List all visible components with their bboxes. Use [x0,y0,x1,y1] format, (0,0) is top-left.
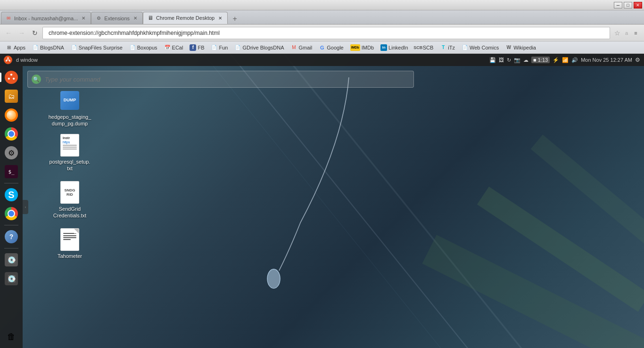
ubuntu-logo-icon[interactable] [4,56,12,64]
desktop-icon-postgresql[interactable]: Instr https postgresql_setup.txt [51,132,89,174]
remote-desktop-area[interactable]: d window 💾 🖼 ↻ 📷 ☁ ■ 1:13 ⚡ 📶 🔊 Mon Nov … [0,54,644,348]
remote-tab-close[interactable]: ✕ [217,15,223,21]
dock-item-files[interactable]: 🗂 [3,88,20,105]
bookmark-fun[interactable]: 📄 Fun [208,43,231,52]
close-button[interactable]: ✕ [634,2,642,8]
tab-gmail[interactable]: ✉ Inbox - humzashah@gma... ✕ [1,12,91,24]
forward-button[interactable]: → [16,27,27,39]
panel-photo-icon: 🖼 [499,57,504,63]
chrome2-dock-icon [5,207,18,220]
panel-right: 💾 🖼 ↻ 📷 ☁ ■ 1:13 ⚡ 📶 🔊 Mon Nov 25 12:27 … [489,57,640,63]
bookmark-linkedin[interactable]: in LinkedIn [378,43,411,52]
minimize-button[interactable]: ─ [614,2,622,8]
bookmark-snapfiles-label: SnapFiles Surprise [79,45,123,50]
dock-ubuntu-logo [5,71,18,84]
bookmark-boxopus-label: Boxopus [137,45,157,50]
dock-item-chrome[interactable] [3,125,20,142]
ubuntu-dock: 🗂 ⚙ $_ S [0,66,23,348]
new-tab-button[interactable]: + [229,14,241,24]
bookmark-fb-label: FB [198,45,204,50]
desktop-icon-sendgrid[interactable]: SNDGRID SendGridCredentials.txt [51,179,89,221]
sendgrid-label: SendGridCredentials.txt [53,206,86,219]
bookmark-google[interactable]: G Google [316,43,346,52]
dock-divider-3 [4,248,18,249]
bookmark-boxopus[interactable]: 📄 Boxopus [126,43,160,52]
menu-button[interactable]: ≡ [630,27,641,39]
command-search-icon: 🔍 [32,75,41,84]
trash-icon: 🗑 [5,330,18,343]
bookmark-snapfiles[interactable]: 📄 SnapFiles Surprise [68,43,125,52]
bookmark-ecal[interactable]: 📅 ECal [161,43,186,52]
back-button[interactable]: ← [3,27,14,39]
reload-button[interactable]: ↻ [29,27,41,39]
tab-bar: ✉ Inbox - humzashah@gma... ✕ ⚙ Extension… [0,10,644,25]
maximize-button[interactable]: □ [624,2,632,8]
snapfiles-icon: 📄 [71,44,77,51]
desktop-icon-tahometer[interactable]: Tahometer [51,226,89,261]
bookmark-fun-label: Fun [219,45,228,50]
title-bar: ─ □ ✕ [0,0,644,10]
bookmark-star-button[interactable]: ☆ [612,27,623,39]
dock-item-chrome2[interactable] [3,205,20,222]
gmail-tab-close[interactable]: ✕ [80,15,87,22]
bookmark-blogsdna[interactable]: 📄 BlogsDNA [29,43,67,52]
dock-item-ubuntu[interactable] [3,69,20,86]
chrome-dock-icon [5,127,18,141]
bookmark-itz[interactable]: T iTz [437,43,458,52]
linkedin-icon: in [380,44,387,51]
dock-item-firefox[interactable] [3,107,20,124]
command-search-bar: 🔍 [27,71,414,88]
bookmark-blogsdna-label: BlogsDNA [40,45,64,50]
tahometer-label: Tahometer [58,253,82,259]
bookmark-wikipedia[interactable]: W Wikipedia [503,43,539,52]
dock-item-skype[interactable]: S [3,186,20,203]
bookmark-gmail-label: Gmail [298,45,312,50]
panel-hdd-icon: 💾 [489,57,496,63]
bookmark-ecal-label: ECal [172,45,183,50]
bookmark-apps[interactable]: ⊞ Apps [3,43,28,52]
bookmark-imdb-label: IMDb [362,45,374,50]
dock-item-help[interactable]: ? [3,228,20,245]
gmail-icon: M [290,44,297,51]
sendgrid-file-icon: SNDGRID [58,181,81,204]
tahometer-file-icon [58,228,81,251]
panel-battery-icon: ■ 1:13 [531,57,550,63]
webcomics-icon: 📄 [462,44,468,51]
panel-gear-icon[interactable]: ⚙ [635,57,640,63]
dock-item-settings[interactable]: ⚙ [3,144,20,161]
bookmark-gmail[interactable]: M Gmail [288,43,315,52]
firefox-icon [5,108,18,122]
bookmark-google-label: Google [327,45,343,50]
bookmark-wikipedia-label: Wikipedia [513,45,536,50]
dock-collapse-button[interactable]: ‹ [23,200,28,214]
dock-item-trash[interactable]: 🗑 [3,328,20,345]
panel-camera-icon: 📷 [514,57,520,63]
bookmark-gdrive-label: GDrive BlogsDNA [242,45,284,50]
remote-tab-title: Chrome Remote Desktop [156,15,215,21]
panel-bluetooth-icon: ⚡ [553,57,559,63]
itz-icon: T [440,44,446,51]
ubuntu-desktop: d window 💾 🖼 ↻ 📷 ☁ ■ 1:13 ⚡ 📶 🔊 Mon Nov … [0,54,644,348]
address-url: chrome-extension://gbchcmhmahfdphkhkmpfm… [49,30,220,36]
boxopus-icon: 📄 [129,44,136,51]
dock-divider-2 [4,225,18,225]
bookmark-scb[interactable]: SCB SCB [412,43,437,52]
bookmark-imdb[interactable]: IMDb IMDb [347,43,377,52]
svg-point-14 [8,78,10,80]
bookmark-fb[interactable]: f FB [187,43,207,52]
scb-icon: SCB [415,44,421,51]
tab-extensions[interactable]: ⚙ Extensions ✕ [91,12,143,24]
extensions-tab-close[interactable]: ✕ [132,15,139,22]
tab-remote-desktop[interactable]: 🖥 Chrome Remote Desktop ✕ [143,12,228,24]
extensions-tab-favicon: ⚙ [95,15,102,22]
dock-item-hdd1[interactable]: 💽 [3,251,20,268]
address-bar[interactable]: chrome-extension://gbchcmhmahfdphkhkmpfm… [42,27,610,39]
bookmark-gdrive[interactable]: 📄 GDrive BlogsDNA [231,43,287,52]
dock-item-hdd2[interactable]: 💽 [3,270,20,287]
files-icon: 🗂 [5,90,18,103]
svg-point-12 [10,74,12,75]
bookmark-webcomics[interactable]: 📄 Web Comics [459,43,502,52]
dock-item-terminal[interactable]: $_ [3,163,20,180]
command-input-field[interactable] [45,76,410,83]
desktop-icon-hedgepo[interactable]: DUMP hedgepo_staging_dump_pg.dump [51,87,89,129]
